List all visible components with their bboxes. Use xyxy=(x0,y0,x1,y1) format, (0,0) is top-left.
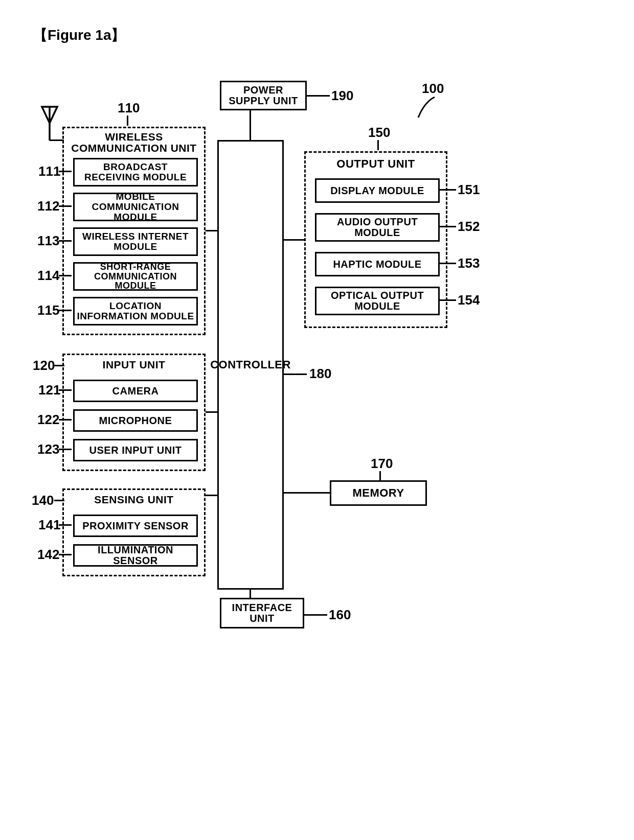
leader-110-v xyxy=(127,115,128,126)
leader-120 xyxy=(54,365,64,366)
ref-121: 121 xyxy=(38,382,60,398)
ref-154: 154 xyxy=(458,292,480,308)
leader-141 xyxy=(59,524,72,526)
title-sensing: SENSING UNIT xyxy=(64,494,204,505)
line-sensing-to-controller xyxy=(206,495,217,496)
leader-180 xyxy=(284,374,307,375)
interface-unit-box: INTERFACE UNIT xyxy=(220,598,304,628)
leader-150-v xyxy=(377,140,379,150)
line-antenna-to-wcu xyxy=(50,139,64,141)
line-input-to-controller xyxy=(206,411,217,413)
leader-115 xyxy=(59,310,72,311)
ref-110: 110 xyxy=(118,100,140,116)
leader-140 xyxy=(54,500,64,501)
box-location-information-module: LOCATION INFORMATION MODULE xyxy=(73,297,198,325)
ref-123: 123 xyxy=(37,441,59,457)
box-illumination-sensor: ILLUMINATION SENSOR xyxy=(73,544,198,567)
ref-180: 180 xyxy=(309,366,331,382)
controller-label: CONTROLLER xyxy=(210,359,291,370)
box-mobile-communication-module: MOBILE COMMUNICATION MODULE xyxy=(73,193,198,221)
power-supply-box: POWER SUPPLY UNIT xyxy=(220,81,307,110)
box-broadcast-receiving-module: BROADCAST RECEIVING MODULE xyxy=(73,158,198,186)
leader-190 xyxy=(307,95,330,97)
interface-unit-label: INTERFACE UNIT xyxy=(224,602,300,624)
ref-122: 122 xyxy=(37,412,59,428)
leader-152 xyxy=(438,226,456,227)
ref-100: 100 xyxy=(422,81,444,97)
ref-170: 170 xyxy=(371,456,393,472)
box-display-module: DISPLAY MODULE xyxy=(315,178,440,203)
leader-151 xyxy=(438,189,456,191)
line-controller-to-memory xyxy=(284,492,330,494)
box-user-input-unit: USER INPUT UNIT xyxy=(73,439,198,461)
box-short-range-communication-module: SHORT-RANGE COMMUNICATION MODULE xyxy=(73,262,198,291)
diagram-canvas: 【Figure 1a】 100 POWER SUPPLY UNIT 190 CO… xyxy=(0,0,634,840)
leader-154 xyxy=(438,299,456,301)
leader-113 xyxy=(59,240,72,242)
ref-140: 140 xyxy=(32,493,54,508)
group-wcu: WIRELESS COMMUNICATION UNIT BROADCAST RE… xyxy=(62,127,206,335)
ref-153: 153 xyxy=(458,255,480,271)
line-controller-to-interface xyxy=(250,590,251,598)
ref-142: 142 xyxy=(37,547,59,563)
line-output-to-controller xyxy=(284,239,304,241)
group-output: OUTPUT UNIT DISPLAY MODULE AUDIO OUTPUT … xyxy=(304,151,447,328)
line-power-to-controller xyxy=(250,110,251,140)
controller-box: CONTROLLER xyxy=(217,140,284,590)
ref-120: 120 xyxy=(33,358,55,374)
memory-label: MEMORY xyxy=(352,487,404,499)
box-microphone: MICROPHONE xyxy=(73,409,198,432)
line-wcu-to-controller xyxy=(206,230,217,231)
box-camera: CAMERA xyxy=(73,380,198,402)
leader-170-v xyxy=(379,471,381,480)
leader-112 xyxy=(59,205,72,207)
box-proximity-sensor: PROXIMITY SENSOR xyxy=(73,515,198,537)
ref-141: 141 xyxy=(38,517,60,533)
ref-115: 115 xyxy=(37,302,59,318)
ref-150: 150 xyxy=(368,125,390,141)
leader-122 xyxy=(59,419,72,421)
leader-142 xyxy=(59,554,72,555)
ref-160: 160 xyxy=(329,607,351,623)
group-sensing: SENSING UNIT PROXIMITY SENSOR ILLUMINATI… xyxy=(62,488,206,576)
leader-160 xyxy=(304,614,327,616)
leader-114 xyxy=(59,275,72,276)
ref-190: 190 xyxy=(331,88,353,104)
title-output: OUTPUT UNIT xyxy=(306,158,446,170)
leader-123 xyxy=(59,449,72,450)
memory-box: MEMORY xyxy=(330,480,427,506)
leader-111 xyxy=(59,171,72,172)
ref-112: 112 xyxy=(37,198,59,214)
ref-152: 152 xyxy=(458,219,480,235)
box-haptic-module: HAPTIC MODULE xyxy=(315,252,440,276)
ref-100-pointer xyxy=(414,96,445,122)
ref-151: 151 xyxy=(458,182,480,198)
power-supply-label: POWER SUPPLY UNIT xyxy=(224,85,302,106)
box-audio-output-module: AUDIO OUTPUT MODULE xyxy=(315,213,440,242)
group-input: INPUT UNIT CAMERA MICROPHONE USER INPUT … xyxy=(62,354,206,471)
leader-121 xyxy=(59,389,72,391)
box-wireless-internet-module: WIRELESS INTERNET MODULE xyxy=(73,227,198,256)
ref-113: 113 xyxy=(37,233,59,249)
figure-label: 【Figure 1a】 xyxy=(33,26,125,45)
ref-111: 111 xyxy=(38,164,60,179)
ref-114: 114 xyxy=(37,268,59,284)
title-wcu: WIRELESS COMMUNICATION UNIT xyxy=(64,131,204,154)
title-input: INPUT UNIT xyxy=(64,359,204,370)
leader-153 xyxy=(438,263,456,264)
box-optical-output-module: OPTICAL OUTPUT MODULE xyxy=(315,287,440,315)
antenna-icon xyxy=(40,105,60,143)
